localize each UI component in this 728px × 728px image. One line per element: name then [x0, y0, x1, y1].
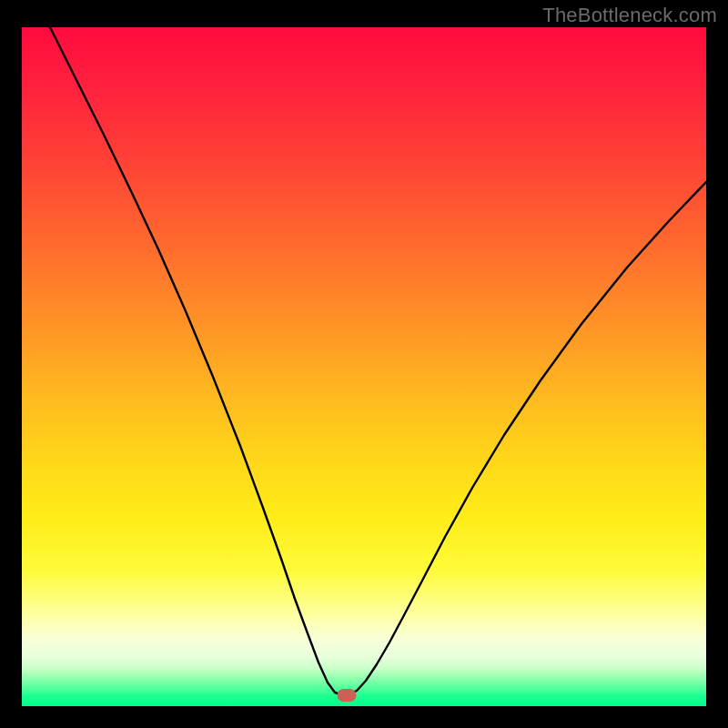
bottleneck-curve: [22, 27, 706, 706]
optimal-point-marker: [338, 689, 357, 702]
chart-frame: TheBottleneck.com: [0, 0, 728, 728]
watermark-text: TheBottleneck.com: [542, 4, 717, 27]
plot-area: [22, 27, 706, 706]
